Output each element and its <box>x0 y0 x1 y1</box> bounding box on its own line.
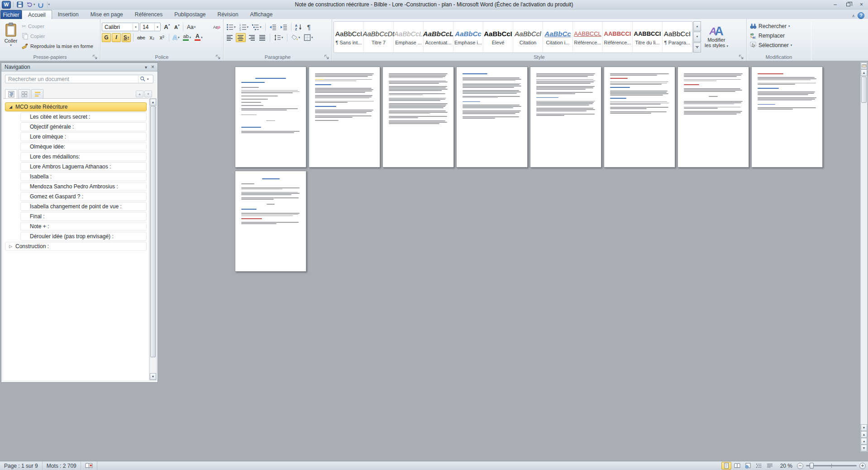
italic-button[interactable]: I <box>112 33 121 42</box>
page-thumbnail-5[interactable] <box>530 67 601 168</box>
ruler-toggle-button[interactable] <box>861 62 867 69</box>
nav-heading[interactable]: Lore des médaillons: <box>20 152 147 161</box>
justify-button[interactable] <box>258 33 267 42</box>
style-item[interactable]: AaBbCclCitation <box>513 22 543 53</box>
nav-heading[interactable]: Objectif générale : <box>20 122 147 131</box>
previous-page-button[interactable]: ▲ <box>861 431 867 438</box>
tab-r-vision[interactable]: Révision <box>212 10 244 19</box>
zoom-out-button[interactable]: − <box>797 463 803 469</box>
search-icon[interactable] <box>138 75 147 83</box>
shrink-font-button[interactable]: A▼ <box>172 23 181 32</box>
undo-button[interactable] <box>25 1 33 9</box>
zoom-slider[interactable] <box>806 465 857 466</box>
view-draft[interactable] <box>765 462 775 470</box>
tab-affichage[interactable]: Affichage <box>244 10 279 19</box>
view-outline[interactable] <box>754 462 764 470</box>
style-item[interactable]: AaBbCcIÉlevé <box>483 22 513 53</box>
superscript-button[interactable]: x² <box>157 33 167 42</box>
styles-scroll-down[interactable]: ▼ <box>693 32 701 42</box>
tab-fichier[interactable]: Fichier <box>0 10 22 19</box>
nav-heading[interactable]: Olmèque idée: <box>20 142 147 151</box>
customize-qat-dropdown[interactable]: ▾ <box>48 3 50 6</box>
tab-browse-pages[interactable] <box>18 89 30 99</box>
copy-button[interactable]: Copier <box>20 32 95 40</box>
align-center-button[interactable] <box>236 33 246 42</box>
change-styles-button[interactable]: AA Modifierles styles ▾ <box>704 21 729 53</box>
style-item[interactable]: AABBCCIRéférence... <box>603 22 633 53</box>
nav-scroll-down[interactable]: ▼ <box>150 373 156 380</box>
nav-heading[interactable]: Lore Ambros Laguerra Athanaos : <box>20 162 147 171</box>
increase-indent-button[interactable] <box>279 23 289 32</box>
restore-button[interactable] <box>842 0 855 9</box>
styles-expand-gallery[interactable]: ▼ <box>693 43 701 53</box>
sort-button[interactable]: AZ <box>294 23 304 32</box>
find-button[interactable]: Rechercher▾ <box>750 22 792 30</box>
subscript-button[interactable]: x₂ <box>148 33 157 42</box>
tab-r-f-rences[interactable]: Références <box>129 10 168 19</box>
navigation-scrollbar[interactable]: ▲ ▼ <box>149 98 157 380</box>
zoom-slider-thumb[interactable] <box>810 463 814 469</box>
style-item[interactable]: AaBbCcDtTitre 7 <box>364 22 394 53</box>
style-item[interactable]: AaBbCcI¶ Paragra... <box>663 22 692 53</box>
previous-heading-button[interactable]: ▲ <box>136 91 143 97</box>
font-family-combo[interactable]: Calibri▾ <box>102 23 139 31</box>
multilevel-list-button[interactable]: ▾ <box>251 23 263 32</box>
font-size-combo[interactable]: 14▾ <box>140 23 161 31</box>
line-spacing-button[interactable]: ▾ <box>272 33 285 42</box>
page-thumbnail-6[interactable] <box>604 67 675 168</box>
scroll-up-arrow[interactable]: ▲ <box>861 69 867 76</box>
nav-heading[interactable]: Lore olmèque : <box>20 132 147 141</box>
nav-heading-root[interactable]: ◢MCO suite Réécriture <box>5 102 147 111</box>
proofing-status[interactable] <box>81 461 97 470</box>
align-right-button[interactable] <box>247 33 257 42</box>
change-case-button[interactable]: Aa▾ <box>186 23 197 32</box>
next-page-button[interactable]: ▼ <box>861 445 867 451</box>
close-button[interactable]: × <box>855 0 868 9</box>
word-logo-icon[interactable]: W <box>2 1 11 9</box>
nav-heading[interactable]: Note + : <box>20 222 147 231</box>
borders-button[interactable]: ▾ <box>302 33 315 42</box>
tab-insertion[interactable]: Insertion <box>52 10 85 19</box>
pane-options-dropdown[interactable]: ▾ <box>145 65 147 70</box>
bullets-button[interactable]: ▾ <box>225 23 237 32</box>
save-button[interactable] <box>16 1 24 9</box>
decrease-indent-button[interactable] <box>268 23 278 32</box>
scrollbar-thumb[interactable] <box>861 77 867 103</box>
tab-mise-en-page[interactable]: Mise en page <box>85 10 129 19</box>
nav-heading[interactable]: Isabella changement de point de vue : <box>20 202 147 211</box>
pane-close-icon[interactable]: × <box>151 64 154 70</box>
zoom-level[interactable]: 20 % <box>776 463 796 469</box>
collapsed-triangle-icon[interactable]: ▷ <box>9 244 15 249</box>
nav-heading[interactable]: Mendoza Sancho Pedro Ambrosius : <box>20 182 147 191</box>
page-thumbnail-2[interactable] <box>309 67 380 168</box>
nav-heading[interactable]: Isabella : <box>20 172 147 181</box>
tab-accueil[interactable]: Accueil <box>22 10 52 19</box>
bold-button[interactable]: G <box>102 33 111 42</box>
style-item[interactable]: AABBCCLRéférence... <box>573 22 603 53</box>
style-item[interactable]: AaBbCcLEmphase ... <box>394 22 424 53</box>
nav-heading[interactable]: Final : <box>20 212 147 221</box>
style-item[interactable]: AABBCCITitre du li... <box>633 22 663 53</box>
undo-dropdown[interactable]: ▾ <box>33 3 35 6</box>
tab-browse-results[interactable] <box>31 89 43 99</box>
redo-button[interactable] <box>37 1 45 9</box>
nav-heading-construction[interactable]: ▷Construction : <box>5 242 147 251</box>
minimize-ribbon-icon[interactable]: ∧ <box>852 14 855 18</box>
style-item[interactable]: AaBbCcCitation i... <box>543 22 573 53</box>
help-icon[interactable]: ? <box>858 12 864 19</box>
font-color-button[interactable]: A ▾ <box>193 33 204 42</box>
view-web-layout[interactable] <box>743 462 753 470</box>
paste-button[interactable]: Coller ▾ <box>1 20 20 53</box>
nav-heading[interactable]: Dérouler idée (pas trop envisagé) : <box>20 232 147 241</box>
page-thumbnail-4[interactable] <box>456 67 528 168</box>
nav-scroll-up[interactable]: ▲ <box>150 99 156 106</box>
document-vertical-scrollbar[interactable]: ▲ ▼ ▲ ● ▼ <box>860 62 868 452</box>
zoom-in-button[interactable]: + <box>859 463 866 469</box>
tab-browse-headings[interactable] <box>5 89 17 99</box>
page-indicator[interactable]: Page : 1 sur 9 <box>0 461 43 470</box>
page-thumbnail-9[interactable] <box>235 171 306 272</box>
nav-heading[interactable]: Les citée et leurs secret : <box>20 112 147 121</box>
paragraph-dialog-launcher[interactable] <box>324 54 329 60</box>
clipboard-dialog-launcher[interactable] <box>92 54 98 60</box>
styles-scroll-up[interactable]: ▲ <box>693 21 701 31</box>
